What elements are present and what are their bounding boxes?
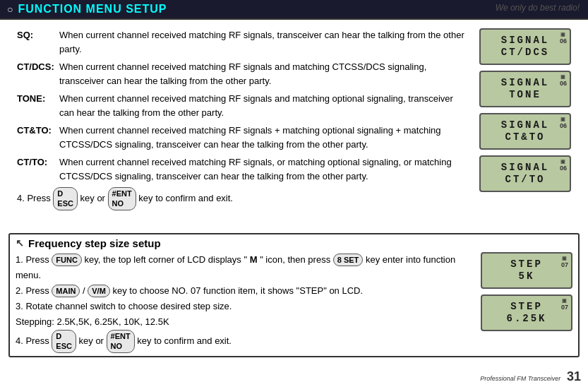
sq-lcd-column: ▣ 06 SIGNAL CT/DCS ▣ 06 SIGNAL TONE ▣ 06 — [472, 28, 571, 216]
lcd-line2-ctslashto: CT/TO — [505, 174, 545, 186]
lcd-num-step5k: 07 — [561, 261, 568, 268]
freq-steps-container: 1. Press FUNC key, the top left corner o… — [16, 252, 572, 353]
freq-step2-slash: / — [83, 285, 85, 296]
ctslashto-entry: CT/TO: When current channel received mat… — [17, 155, 465, 183]
freq-step-2: 2. Press MAIN / V/M key to choose NO. 07… — [16, 283, 467, 299]
sq-confirm-text: key to confirm and exit. — [138, 193, 233, 203]
lcd-corner-ctdcs: ▣ 06 — [560, 32, 567, 44]
sq-press-text: 4. Press — [17, 193, 53, 203]
lcd-panel-tone: ▣ 06 SIGNAL TONE — [479, 71, 571, 107]
func-key: FUNC — [52, 254, 82, 266]
lcd-corner-step625k: ▣ 07 — [561, 298, 568, 311]
freq-step4-num: 4. Press — [16, 335, 52, 346]
tone-entry: TONE: When current channel received matc… — [17, 92, 465, 119]
brand-text: Professional FM Transceiver — [480, 375, 560, 382]
8set-key: 8 SET — [333, 254, 364, 266]
ctslashto-desc: When current channel received matching R… — [59, 155, 465, 183]
lcd-icon-ctdcs: ▣ — [560, 32, 565, 37]
page-title: FUNCTION MENU SETUP — [18, 3, 167, 16]
freq-step4-mid: key or — [79, 335, 107, 346]
lcd-panel-ctslashto: ▣ 06 SIGNAL CT/TO — [479, 155, 571, 192]
lcd-line2-step5k: 5K — [519, 270, 535, 282]
freq-desc-key: DESC — [52, 330, 76, 353]
sq-text-column: SQ: When current channel received matchi… — [17, 28, 465, 216]
main-key: MAIN — [52, 285, 80, 297]
lcd-panel-ctandto: ▣ 06 SIGNAL CT&TO — [479, 113, 571, 150]
tagline: We only do best radio! — [496, 3, 580, 13]
freq-lcd-column: ▣ 07 STEP 5K ▣ 07 STEP 6.25K — [474, 252, 572, 353]
lcd-icon-ctslashto: ▣ — [560, 159, 565, 165]
lcd-corner-ctslashto: ▣ 06 — [560, 159, 567, 172]
sq-section: SQ: When current channel received matchi… — [0, 20, 588, 225]
lcd-corner-step5k: ▣ 07 — [561, 256, 568, 268]
ctto-desc: When current channel received matching R… — [59, 124, 465, 151]
ctto-label: CT&TO: — [17, 124, 59, 138]
freq-step2-num: 2. Press — [16, 285, 52, 296]
freq-text-column: 1. Press FUNC key, the top left corner o… — [16, 252, 467, 353]
lcd-num-tone: 06 — [560, 80, 567, 87]
lcd-corner-tone: ▣ 06 — [560, 74, 567, 87]
freq-step1-mid: key, the top left corner of LCD displays… — [84, 254, 247, 265]
ctdcs-desc: When current channel received matching R… — [59, 60, 465, 88]
freq-step1-num: 1. Press — [16, 254, 52, 265]
freq-step-3: 3. Rotate channel switch to choose desir… — [16, 299, 467, 314]
freq-step4-end: key to confirm and exit. — [137, 335, 232, 346]
page-footer: Professional FM Transceiver 31 — [480, 369, 581, 384]
tone-label: TONE: — [17, 92, 59, 106]
ctdcs-label: CT/DCS: — [17, 60, 59, 74]
freq-stepping: Stepping: 2.5K,5K, 6.25K, 10K, 12.5K — [16, 314, 467, 330]
lcd-panel-ctdcs: ▣ 06 SIGNAL CT/DCS — [479, 28, 571, 65]
freq-section: ↖ Frequency step size setup 1. Press FUN… — [8, 233, 580, 357]
lcd-num-ctdcs: 06 — [560, 37, 567, 44]
freq-step3-text: 3. Rotate channel switch to choose desir… — [16, 301, 232, 311]
sq-content: SQ: When current channel received matchi… — [8, 23, 580, 222]
freq-section-title: ↖ Frequency step size setup — [16, 237, 572, 249]
ctto-entry: CT&TO: When current channel received mat… — [17, 124, 465, 151]
freq-step1-mid2: " icon, then press — [260, 254, 333, 265]
tone-desc: When current channel received matching R… — [59, 92, 465, 119]
freq-step2-end: key to choose NO. 07 function item, it s… — [112, 285, 363, 296]
lcd-icon-ctandto: ▣ — [560, 117, 565, 122]
d-esc-key: DESC — [53, 187, 78, 210]
lcd-num-ctslashto: 06 — [560, 165, 567, 172]
sq-desc: When current channel received matching R… — [59, 28, 465, 56]
lcd-icon-tone: ▣ — [560, 74, 565, 80]
freq-stepping-text: Stepping: 2.5K,5K, 6.25K, 10K, 12.5K — [16, 316, 169, 327]
sq-or-text: key or — [80, 193, 108, 203]
lcd-num-ctandto: 06 — [560, 122, 567, 129]
lcd-line2-ctandto: CT&TO — [505, 131, 545, 143]
ctslashto-label: CT/TO: — [17, 155, 59, 169]
lcd-line1-step5k: STEP — [510, 258, 543, 270]
sq-label: SQ: — [17, 28, 59, 42]
freq-title-text: Frequency step size setup — [28, 237, 161, 249]
lcd-line1-tone: SIGNAL — [501, 77, 549, 89]
lcd-panel-step5k: ▣ 07 STEP 5K — [481, 252, 572, 289]
freq-step-4: 4. Press DESC key or #ENTNO key to confi… — [16, 330, 467, 353]
lcd-line1-ctandto: SIGNAL — [501, 119, 549, 131]
header-bullet: ○ — [7, 4, 13, 15]
freq-step-1: 1. Press FUNC key, the top left corner o… — [16, 252, 467, 283]
freq-hash-key: #ENTNO — [107, 330, 135, 353]
lcd-line2-tone: TONE — [509, 89, 541, 101]
lcd-line1-ctslashto: SIGNAL — [501, 162, 549, 174]
lcd-num-step625k: 07 — [561, 304, 568, 311]
lcd-icon-step5k: ▣ — [562, 256, 567, 261]
sq-entry: SQ: When current channel received matchi… — [17, 28, 465, 56]
vm-key: V/M — [88, 285, 110, 297]
m-icon: M — [250, 254, 258, 265]
hash-ent-key: #ENTNO — [108, 187, 136, 210]
sq-press-line: 4. Press DESC key or #ENTNO key to confi… — [17, 187, 465, 210]
lcd-panel-step625k: ▣ 07 STEP 6.25K — [481, 294, 572, 331]
lcd-corner-ctandto: ▣ 06 — [560, 117, 567, 129]
freq-section-wrapper: ↖ Frequency step size setup 1. Press FUN… — [0, 226, 588, 360]
lcd-line1-ctdcs: SIGNAL — [501, 35, 549, 47]
freq-bullet: ↖ — [16, 237, 24, 249]
lcd-line1-step625k: STEP — [510, 301, 543, 313]
lcd-line2-step625k: 6.25K — [506, 313, 546, 325]
lcd-icon-step625k: ▣ — [562, 298, 567, 304]
ctdcs-entry: CT/DCS: When current channel received ma… — [17, 60, 465, 88]
page-number: 31 — [567, 369, 581, 383]
lcd-line2-ctdcs: CT/DCS — [501, 47, 549, 59]
